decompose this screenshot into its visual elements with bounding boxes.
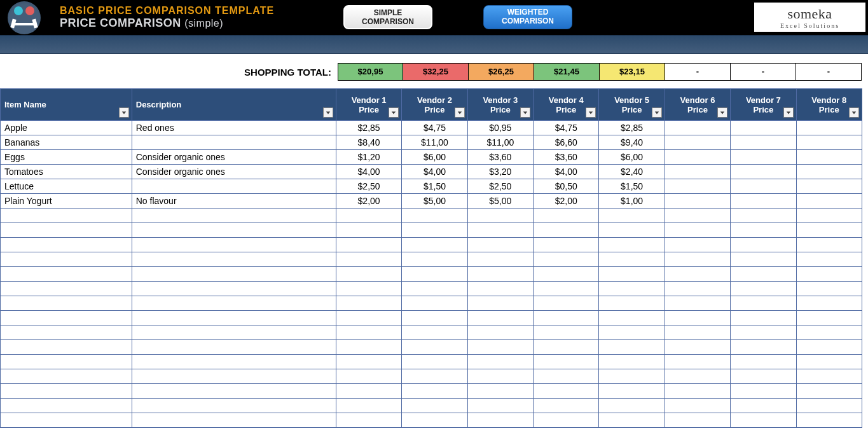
table-row[interactable]: Plain YogurtNo flavour$2,00$5,00$5,00$2,… bbox=[1, 194, 862, 209]
cell-price-vendor-3[interactable] bbox=[467, 355, 533, 369]
cell-price-vendor-8[interactable] bbox=[796, 282, 862, 296]
filter-icon[interactable] bbox=[520, 107, 530, 118]
cell-price-vendor-6[interactable] bbox=[665, 223, 730, 238]
cell-price-vendor-7[interactable] bbox=[731, 194, 796, 209]
cell-price-vendor-8[interactable] bbox=[796, 355, 862, 369]
cell-price-vendor-8[interactable] bbox=[796, 267, 862, 282]
cell-item[interactable] bbox=[1, 223, 132, 238]
cell-price-vendor-7[interactable] bbox=[731, 252, 796, 267]
cell-price-vendor-4[interactable] bbox=[534, 296, 599, 311]
col-header-vendor-3[interactable]: Vendor 3Price bbox=[467, 89, 533, 121]
table-row[interactable] bbox=[1, 413, 862, 428]
cell-price-vendor-2[interactable] bbox=[402, 311, 467, 325]
cell-price-vendor-4[interactable] bbox=[534, 238, 599, 252]
cell-description[interactable] bbox=[132, 340, 336, 355]
cell-price-vendor-8[interactable] bbox=[796, 179, 862, 194]
cell-price-vendor-7[interactable] bbox=[731, 209, 796, 223]
cell-description[interactable] bbox=[132, 384, 336, 399]
cell-price-vendor-3[interactable] bbox=[467, 325, 533, 340]
cell-description[interactable] bbox=[132, 209, 336, 223]
cell-price-vendor-7[interactable] bbox=[731, 413, 796, 428]
cell-description[interactable] bbox=[132, 369, 336, 384]
cell-price-vendor-8[interactable] bbox=[796, 413, 862, 428]
cell-price-vendor-8[interactable] bbox=[796, 252, 862, 267]
cell-price-vendor-5[interactable]: $2,40 bbox=[599, 165, 665, 179]
cell-price-vendor-6[interactable] bbox=[665, 150, 730, 165]
cell-price-vendor-8[interactable] bbox=[796, 223, 862, 238]
cell-item[interactable] bbox=[1, 252, 132, 267]
cell-price-vendor-5[interactable] bbox=[599, 238, 665, 252]
table-row[interactable] bbox=[1, 355, 862, 369]
cell-price-vendor-5[interactable] bbox=[599, 340, 665, 355]
cell-price-vendor-1[interactable] bbox=[336, 340, 401, 355]
cell-price-vendor-1[interactable]: $2,85 bbox=[336, 121, 401, 135]
cell-price-vendor-6[interactable] bbox=[665, 355, 730, 369]
cell-item[interactable] bbox=[1, 296, 132, 311]
filter-icon[interactable] bbox=[323, 107, 333, 118]
cell-price-vendor-6[interactable] bbox=[665, 282, 730, 296]
cell-item[interactable] bbox=[1, 355, 132, 369]
cell-price-vendor-4[interactable]: $2,00 bbox=[534, 194, 599, 209]
cell-description[interactable] bbox=[132, 135, 336, 150]
cell-description[interactable] bbox=[132, 238, 336, 252]
cell-price-vendor-6[interactable] bbox=[665, 325, 730, 340]
cell-price-vendor-7[interactable] bbox=[731, 296, 796, 311]
cell-item[interactable] bbox=[1, 209, 132, 223]
cell-price-vendor-2[interactable]: $4,75 bbox=[402, 121, 467, 135]
cell-price-vendor-5[interactable]: $9,40 bbox=[599, 135, 665, 150]
cell-price-vendor-6[interactable] bbox=[665, 194, 730, 209]
cell-price-vendor-6[interactable] bbox=[665, 399, 730, 413]
table-row[interactable] bbox=[1, 223, 862, 238]
cell-item[interactable] bbox=[1, 413, 132, 428]
cell-price-vendor-7[interactable] bbox=[731, 340, 796, 355]
cell-price-vendor-7[interactable] bbox=[731, 399, 796, 413]
table-row[interactable]: AppleRed ones$2,85$4,75$0,95$4,75$2,85 bbox=[1, 121, 862, 135]
cell-price-vendor-1[interactable] bbox=[336, 282, 401, 296]
cell-price-vendor-7[interactable] bbox=[731, 150, 796, 165]
table-row[interactable] bbox=[1, 399, 862, 413]
table-row[interactable] bbox=[1, 369, 862, 384]
cell-price-vendor-1[interactable]: $8,40 bbox=[336, 135, 401, 150]
cell-price-vendor-4[interactable] bbox=[534, 311, 599, 325]
cell-price-vendor-3[interactable]: $0,95 bbox=[467, 121, 533, 135]
col-header-vendor-7[interactable]: Vendor 7Price bbox=[731, 89, 796, 121]
cell-item[interactable] bbox=[1, 384, 132, 399]
table-row[interactable] bbox=[1, 252, 862, 267]
cell-price-vendor-2[interactable] bbox=[402, 340, 467, 355]
col-header-vendor-2[interactable]: Vendor 2Price bbox=[402, 89, 467, 121]
cell-price-vendor-8[interactable] bbox=[796, 135, 862, 150]
cell-description[interactable] bbox=[132, 267, 336, 282]
cell-price-vendor-8[interactable] bbox=[796, 165, 862, 179]
filter-icon[interactable] bbox=[783, 107, 794, 118]
cell-price-vendor-3[interactable] bbox=[467, 209, 533, 223]
table-row[interactable]: EggsConsider organic ones$1,20$6,00$3,60… bbox=[1, 150, 862, 165]
cell-price-vendor-5[interactable] bbox=[599, 311, 665, 325]
cell-price-vendor-1[interactable]: $1,20 bbox=[336, 150, 401, 165]
cell-price-vendor-1[interactable] bbox=[336, 267, 401, 282]
cell-price-vendor-3[interactable] bbox=[467, 384, 533, 399]
cell-price-vendor-3[interactable] bbox=[467, 267, 533, 282]
cell-price-vendor-5[interactable] bbox=[599, 413, 665, 428]
cell-price-vendor-1[interactable] bbox=[336, 413, 401, 428]
cell-price-vendor-2[interactable] bbox=[402, 223, 467, 238]
cell-price-vendor-4[interactable] bbox=[534, 399, 599, 413]
cell-price-vendor-1[interactable] bbox=[336, 311, 401, 325]
table-row[interactable]: TomatoesConsider organic ones$4,00$4,00$… bbox=[1, 165, 862, 179]
cell-description[interactable] bbox=[132, 223, 336, 238]
table-row[interactable] bbox=[1, 384, 862, 399]
table-row[interactable]: Bananas$8,40$11,00$11,00$6,60$9,40 bbox=[1, 135, 862, 150]
cell-price-vendor-5[interactable] bbox=[599, 209, 665, 223]
cell-price-vendor-3[interactable] bbox=[467, 413, 533, 428]
cell-price-vendor-3[interactable] bbox=[467, 399, 533, 413]
cell-description[interactable]: Consider organic ones bbox=[132, 150, 336, 165]
cell-price-vendor-3[interactable] bbox=[467, 282, 533, 296]
cell-price-vendor-1[interactable] bbox=[336, 384, 401, 399]
cell-price-vendor-4[interactable] bbox=[534, 282, 599, 296]
cell-price-vendor-6[interactable] bbox=[665, 369, 730, 384]
cell-price-vendor-8[interactable] bbox=[796, 311, 862, 325]
cell-price-vendor-6[interactable] bbox=[665, 311, 730, 325]
cell-price-vendor-6[interactable] bbox=[665, 165, 730, 179]
cell-description[interactable]: No flavour bbox=[132, 194, 336, 209]
cell-price-vendor-6[interactable] bbox=[665, 135, 730, 150]
cell-price-vendor-5[interactable]: $1,00 bbox=[599, 194, 665, 209]
